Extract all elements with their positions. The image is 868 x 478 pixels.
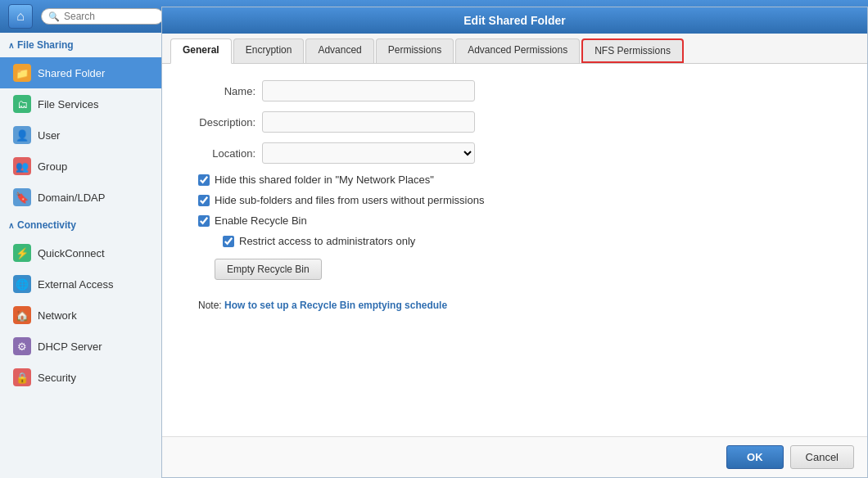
user-icon: 👤 — [13, 126, 31, 144]
sidebar-label-file-services: File Services — [38, 98, 98, 110]
chevron-icon-connectivity: ∧ — [8, 221, 14, 230]
enable-recycle-bin-checkbox[interactable] — [198, 215, 210, 227]
edit-shared-folder-dialog: Edit Shared Folder General Encryption Ad… — [161, 7, 868, 478]
sidebar-label-security: Security — [38, 372, 76, 384]
hide-subfolders-checkbox[interactable] — [198, 195, 210, 206]
domain-icon: 🔖 — [13, 188, 31, 206]
sidebar-item-user[interactable]: 👤 User — [0, 120, 161, 151]
dhcp-icon: ⚙ — [13, 337, 31, 355]
sidebar-item-security[interactable]: 🔒 Security — [0, 362, 161, 393]
description-input[interactable] — [262, 111, 475, 133]
sidebar-label-external-access: External Access — [38, 278, 114, 291]
sidebar-label-shared-folder: Shared Folder — [38, 67, 105, 79]
tab-nfs-permissions[interactable]: NFS Permissions — [581, 38, 684, 63]
search-icon: 🔍 — [48, 11, 60, 22]
location-select[interactable] — [262, 142, 475, 164]
dialog-title: Edit Shared Folder — [162, 7, 867, 34]
security-icon: 🔒 — [13, 368, 31, 386]
sidebar-item-shared-folder[interactable]: 📁 Shared Folder — [0, 57, 161, 88]
dialog-footer: OK Cancel — [162, 436, 867, 477]
tab-advanced[interactable]: Advanced — [305, 38, 373, 63]
note-label: Note: — [198, 300, 222, 311]
tab-permissions[interactable]: Permissions — [376, 38, 454, 63]
home-button[interactable]: ⌂ — [8, 4, 33, 29]
sidebar-label-group: Group — [38, 160, 67, 173]
file-sharing-label: File Sharing — [17, 39, 74, 51]
connectivity-section-header[interactable]: ∧ Connectivity — [0, 213, 161, 237]
name-row: Name: — [182, 80, 848, 101]
hide-network-places-checkbox[interactable] — [198, 174, 210, 186]
empty-recycle-bin-button[interactable]: Empty Recycle Bin — [215, 259, 322, 280]
restrict-admin-label: Restrict access to administrators only — [239, 235, 415, 247]
dialog-body: Name: Description: Location: Hide this s… — [162, 64, 867, 436]
connectivity-label: Connectivity — [17, 219, 76, 231]
search-box[interactable]: 🔍 — [41, 8, 164, 25]
location-row: Location: — [182, 142, 848, 164]
sidebar-label-domain: Domain/LDAP — [38, 192, 105, 204]
sidebar-label-dhcp: DHCP Server — [38, 340, 102, 353]
file-services-icon: 🗂 — [13, 95, 31, 113]
name-label: Name: — [182, 85, 255, 97]
tab-encryption[interactable]: Encryption — [233, 38, 305, 63]
hide-subfolders-label: Hide sub-folders and files from users wi… — [215, 194, 484, 206]
sidebar-item-domain-ldap[interactable]: 🔖 Domain/LDAP — [0, 182, 161, 213]
hide-network-places-row: Hide this shared folder in "My Network P… — [182, 174, 848, 186]
sidebar-item-quickconnect[interactable]: ⚡ QuickConnect — [0, 237, 161, 268]
group-icon: 👥 — [13, 157, 31, 175]
name-input[interactable] — [262, 80, 475, 101]
location-label: Location: — [182, 147, 255, 160]
sidebar-item-network[interactable]: 🏠 Network — [0, 300, 161, 331]
network-icon: 🏠 — [13, 306, 31, 324]
dialog-tabs: General Encryption Advanced Permissions … — [162, 34, 867, 64]
description-label: Description: — [182, 116, 255, 129]
sidebar-label-quickconnect: QuickConnect — [38, 247, 105, 259]
sidebar-item-file-services[interactable]: 🗂 File Services — [0, 88, 161, 120]
restrict-admin-checkbox[interactable] — [223, 236, 234, 247]
note-link[interactable]: How to set up a Recycle Bin emptying sch… — [224, 300, 447, 311]
sidebar: ∧ File Sharing 📁 Shared Folder 🗂 File Se… — [0, 33, 162, 478]
sidebar-label-user: User — [38, 129, 60, 142]
quickconnect-icon: ⚡ — [13, 244, 31, 262]
description-row: Description: — [182, 111, 848, 133]
ok-button[interactable]: OK — [726, 445, 784, 469]
sidebar-item-group[interactable]: 👥 Group — [0, 151, 161, 182]
note-row: Note: How to set up a Recycle Bin emptyi… — [182, 300, 848, 311]
cancel-button[interactable]: Cancel — [790, 445, 854, 469]
file-sharing-section-header[interactable]: ∧ File Sharing — [0, 33, 161, 57]
sidebar-item-external-access[interactable]: 🌐 External Access — [0, 268, 161, 300]
enable-recycle-bin-row: Enable Recycle Bin — [182, 214, 848, 227]
external-access-icon: 🌐 — [13, 275, 31, 293]
tab-advanced-permissions[interactable]: Advanced Permissions — [455, 38, 580, 63]
chevron-icon: ∧ — [8, 41, 14, 50]
search-input[interactable] — [64, 11, 156, 22]
enable-recycle-bin-label: Enable Recycle Bin — [215, 214, 307, 227]
sidebar-label-network: Network — [38, 309, 77, 322]
empty-recycle-container: Empty Recycle Bin — [182, 255, 848, 290]
sidebar-item-dhcp-server[interactable]: ⚙ DHCP Server — [0, 331, 161, 362]
restrict-admin-row: Restrict access to administrators only — [182, 235, 848, 247]
shared-folder-icon: 📁 — [13, 64, 31, 82]
hide-network-places-label: Hide this shared folder in "My Network P… — [215, 174, 434, 186]
hide-subfolders-row: Hide sub-folders and files from users wi… — [182, 194, 848, 206]
tab-general[interactable]: General — [170, 38, 232, 64]
